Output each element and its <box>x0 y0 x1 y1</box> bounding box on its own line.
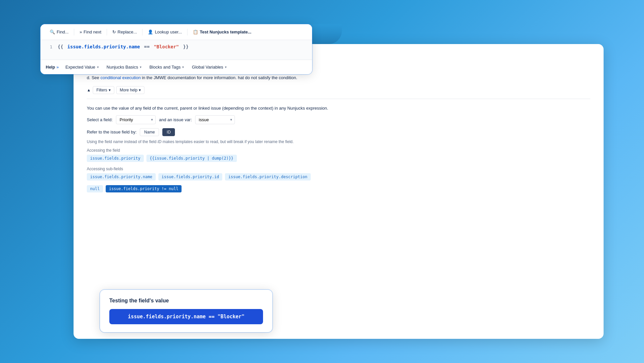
find-next-icon: » <box>80 29 82 34</box>
open-brace: {{ <box>58 44 63 49</box>
find-next-button[interactable]: » Find next <box>76 27 105 36</box>
editor-code-area[interactable]: 1 {{ issue.fields.priority.name == "Bloc… <box>40 40 312 60</box>
editor-toolbar: 🔍 Find... » Find next ↻ Replace... 👤 Loo… <box>40 24 312 40</box>
replace-label: Replace... <box>118 29 137 34</box>
expected-value-button[interactable]: Expected Value ▾ <box>61 63 102 72</box>
issue-var-label: and an issue var: <box>159 117 192 122</box>
main-container: Conditional execution Run this post-func… <box>40 24 604 339</box>
more-help-chevron-icon: ▾ <box>139 88 141 92</box>
filters-button[interactable]: Filters ▾ <box>93 86 114 94</box>
filters-chevron-icon: ▾ <box>109 88 111 92</box>
refer-label: Refer to the issue field by: <box>87 130 136 134</box>
issue-var-select[interactable]: issue parent <box>195 115 235 124</box>
editor-help-bar: Help » Expected Value ▾ Nunjucks Basics … <box>40 60 312 74</box>
nunjucks-basics-button[interactable]: Nunjucks Basics ▾ <box>103 63 145 72</box>
bg-panel-body: d. See conditional execution in the JMWE… <box>87 75 590 81</box>
null-tags-row: null issue.fields.priority != null <box>87 185 590 192</box>
id-toggle-button[interactable]: ID <box>162 128 175 136</box>
field-tag-2[interactable]: {{issue.fields.priority | dump(2)}} <box>146 155 237 162</box>
test-template-icon: 📋 <box>193 29 198 34</box>
subfield-tag-3[interactable]: issue.fields.priority.description <box>225 173 310 181</box>
filters-label: Filters <box>96 88 107 92</box>
blocks-and-tags-button[interactable]: Blocks and Tags ▾ <box>145 63 188 72</box>
field-tags-row: issue.fields.priority {{issue.fields.pri… <box>87 155 590 162</box>
separator-4 <box>187 29 188 35</box>
field-tag-1[interactable]: issue.fields.priority <box>87 155 144 162</box>
refer-note-name: name <box>113 139 123 144</box>
nunjucks-basics-chevron-icon: ▾ <box>140 65 141 69</box>
replace-button[interactable]: ↻ Replace... <box>108 27 141 36</box>
more-help-button[interactable]: More help ▾ <box>116 86 144 94</box>
refer-note-id: ID <box>158 139 162 144</box>
filters-row: ▲ Filters ▾ More help ▾ <box>87 86 590 99</box>
lookup-user-icon: 👤 <box>148 29 153 34</box>
find-icon: 🔍 <box>50 29 55 34</box>
testing-title: Testing the field's value <box>109 298 263 304</box>
expected-value-chevron-icon: ▾ <box>97 65 99 69</box>
separator-3 <box>142 29 142 35</box>
refer-row: Refer to the issue field by: Name ID <box>87 128 590 136</box>
test-template-label: Test Nunjucks template... <box>200 29 251 34</box>
global-variables-chevron-icon: ▾ <box>225 65 227 69</box>
global-variables-button[interactable]: Global Variables ▾ <box>188 63 230 72</box>
code-operator: == <box>141 44 149 49</box>
global-variables-label: Global Variables <box>192 65 223 70</box>
name-toggle-button[interactable]: Name <box>140 128 159 136</box>
test-template-button[interactable]: 📋 Test Nunjucks template... <box>189 27 255 36</box>
separator-2 <box>107 29 107 35</box>
field-select-row: Select a field: Priority Summary Status … <box>87 115 590 124</box>
replace-icon: ↻ <box>112 29 116 34</box>
expected-value-label: Expected Value <box>65 65 95 70</box>
subfield-tag-2[interactable]: issue.fields.priority.id <box>158 173 222 181</box>
testing-code-box: issue.fields.priority.name == "Blocker" <box>109 309 263 324</box>
field-select-wrapper: Priority Summary Status <box>116 115 156 124</box>
blocks-and-tags-label: Blocks and Tags <box>149 65 181 70</box>
field-select[interactable]: Priority Summary Status <box>116 115 156 124</box>
select-field-label: Select a field: <box>87 117 113 122</box>
refer-note: Using the field name instead of the fiel… <box>87 139 590 144</box>
code-content[interactable]: {{ issue.fields.priority.name == "Blocke… <box>58 44 307 56</box>
help-arrow-icon: » <box>56 65 59 70</box>
null-tag-1[interactable]: null <box>87 185 103 192</box>
help-label: Help <box>46 65 55 70</box>
filters-spacer: ▲ <box>87 88 91 92</box>
testing-card: Testing the field's value issue.fields.p… <box>100 290 272 332</box>
conditional-link[interactable]: conditional execution <box>100 75 140 80</box>
subfield-tags-row: issue.fields.priority.name issue.fields.… <box>87 173 590 181</box>
editor-card: 🔍 Find... » Find next ↻ Replace... 👤 Loo… <box>40 24 312 74</box>
issue-var-select-wrapper: issue parent <box>195 115 235 124</box>
accessing-field-label: Accessing the field <box>87 148 590 153</box>
nunjucks-basics-label: Nunjucks Basics <box>107 65 138 70</box>
find-button[interactable]: 🔍 Find... <box>46 27 73 36</box>
accessing-subfields-label: Accessing sub-fields <box>87 167 590 171</box>
blocks-and-tags-chevron-icon: ▾ <box>182 65 184 69</box>
info-text3: hat do not satisfy the condition. <box>238 75 297 80</box>
info-text: d. See <box>87 75 99 80</box>
find-next-label: Find next <box>83 29 101 34</box>
null-tag-2[interactable]: issue.fields.priority != null <box>106 185 182 192</box>
code-line-1: {{ issue.fields.priority.name == "Blocke… <box>58 44 307 49</box>
find-label: Find... <box>57 29 69 34</box>
code-string-value: "Blocker" <box>151 44 179 49</box>
close-brace: }} <box>180 44 188 49</box>
subfield-tag-1[interactable]: issue.fields.priority.name <box>87 173 156 181</box>
lookup-user-label: Lookup user... <box>155 29 182 34</box>
lookup-user-button[interactable]: 👤 Lookup user... <box>144 27 186 36</box>
line-number: 1 <box>46 44 52 56</box>
field-help-section: You can use the value of any field of th… <box>87 106 590 192</box>
code-variable: issue.fields.priority.name <box>65 44 140 49</box>
separator-1 <box>74 29 74 35</box>
info-text2: in the JMWE documentation for more infor… <box>142 75 237 80</box>
field-help-description: You can use the value of any field of th… <box>87 106 590 111</box>
more-help-label: More help <box>120 88 137 92</box>
